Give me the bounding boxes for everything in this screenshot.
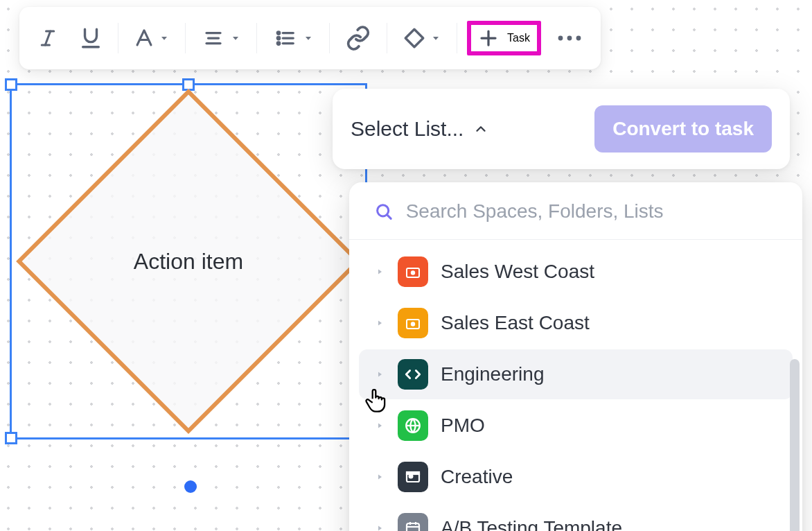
svg-point-28 [409, 475, 413, 478]
space-row[interactable]: Sales West Coast [359, 247, 793, 297]
svg-point-18 [576, 36, 581, 41]
caret-down-icon [303, 33, 314, 44]
italic-button[interactable] [32, 19, 64, 58]
list-button[interactable] [267, 19, 319, 58]
picker-search-input[interactable] [406, 200, 782, 223]
expand-caret-icon[interactable] [374, 472, 385, 482]
svg-rect-29 [407, 472, 419, 474]
space-icon [398, 410, 428, 441]
add-task-button[interactable]: Task [467, 21, 541, 55]
select-list-label: Select List... [351, 117, 464, 141]
space-row[interactable]: Creative [359, 452, 793, 502]
search-icon [374, 201, 394, 222]
select-list-panel: Select List... Convert to task [333, 89, 790, 169]
expand-caret-icon[interactable] [374, 318, 385, 328]
ellipsis-icon [556, 34, 583, 42]
caret-down-icon [159, 33, 170, 44]
space-icon [398, 256, 428, 287]
svg-line-20 [387, 215, 391, 219]
svg-point-24 [411, 322, 415, 326]
selection-handle[interactable] [5, 432, 17, 444]
space-label: Sales East Coast [441, 312, 590, 334]
svg-point-22 [411, 270, 415, 275]
svg-point-17 [567, 36, 572, 41]
picker-search-row [349, 182, 802, 240]
select-list-trigger[interactable]: Select List... [351, 117, 488, 141]
text-color-button[interactable] [128, 19, 175, 58]
task-button-label: Task [507, 32, 530, 44]
caret-down-icon [230, 33, 241, 44]
shape-label[interactable]: Action item [134, 249, 243, 275]
link-button[interactable] [339, 19, 377, 58]
formatting-toolbar: Task [19, 7, 601, 69]
shape-button[interactable] [397, 19, 447, 58]
caret-down-icon [430, 33, 441, 44]
expand-caret-icon[interactable] [374, 369, 385, 379]
cursor-pointer-icon [363, 387, 388, 417]
space-label: A/B Testing Template [441, 517, 622, 531]
plus-icon [478, 28, 499, 49]
space-label: PMO [441, 415, 485, 437]
rotation-handle[interactable] [184, 480, 197, 493]
space-row[interactable]: Engineering [359, 349, 793, 399]
align-button[interactable] [195, 19, 247, 58]
scrollbar-thumb[interactable] [790, 359, 800, 531]
space-icon [398, 359, 428, 390]
space-icon [398, 308, 428, 338]
space-row[interactable]: Sales East Coast [359, 298, 793, 348]
svg-point-16 [558, 36, 563, 41]
expand-caret-icon[interactable] [374, 267, 385, 277]
expand-caret-icon[interactable] [374, 421, 385, 430]
space-icon [398, 513, 428, 531]
list-picker-dropdown: Sales West CoastSales East CoastEngineer… [349, 182, 802, 531]
svg-line-2 [45, 31, 51, 45]
shape-selection-box[interactable]: Action item [10, 83, 367, 439]
space-label: Sales West Coast [441, 261, 594, 283]
space-label: Engineering [441, 363, 544, 385]
picker-list: Sales West CoastSales East CoastEngineer… [349, 240, 802, 531]
svg-point-9 [277, 37, 280, 40]
chevron-up-icon [473, 121, 488, 137]
svg-point-10 [277, 42, 280, 45]
selection-handle[interactable] [5, 78, 17, 91]
space-row[interactable]: A/B Testing Template [359, 503, 793, 531]
more-button[interactable] [551, 19, 588, 58]
space-icon [398, 462, 428, 492]
convert-to-task-button[interactable]: Convert to task [594, 105, 772, 153]
space-label: Creative [441, 466, 513, 488]
expand-caret-icon[interactable] [374, 523, 385, 531]
svg-point-8 [277, 32, 280, 35]
space-row[interactable]: PMO [359, 401, 793, 451]
underline-button[interactable] [73, 19, 108, 58]
